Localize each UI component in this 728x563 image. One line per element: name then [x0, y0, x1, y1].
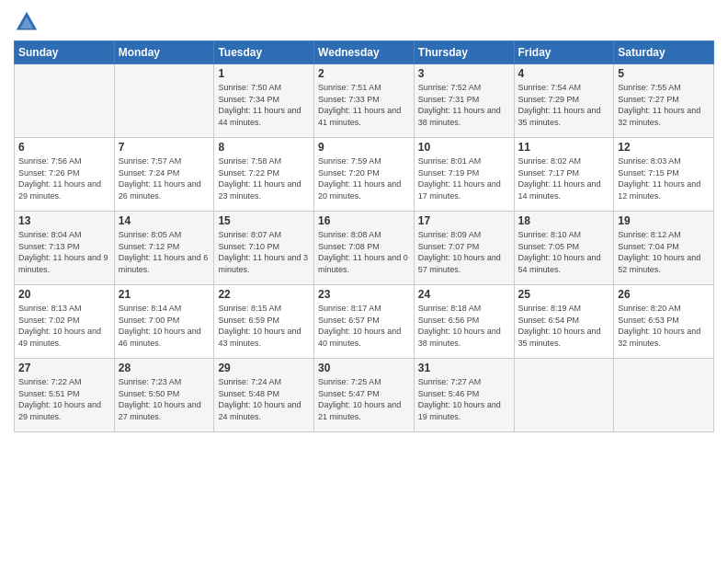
day-header-friday: Friday — [514, 41, 614, 64]
cell-info: Sunrise: 8:17 AMSunset: 6:57 PMDaylight:… — [318, 303, 410, 349]
calendar-cell: 12Sunrise: 8:03 AMSunset: 7:15 PMDayligh… — [614, 138, 714, 212]
calendar-week-3: 20Sunrise: 8:13 AMSunset: 7:02 PMDayligh… — [15, 285, 714, 359]
calendar-week-0: 1Sunrise: 7:50 AMSunset: 7:34 PMDaylight… — [15, 64, 714, 138]
page: SundayMondayTuesdayWednesdayThursdayFrid… — [0, 0, 728, 563]
calendar-cell: 26Sunrise: 8:20 AMSunset: 6:53 PMDayligh… — [614, 285, 714, 359]
header — [14, 9, 714, 35]
calendar-cell: 3Sunrise: 7:52 AMSunset: 7:31 PMDaylight… — [414, 64, 514, 138]
calendar-body: 1Sunrise: 7:50 AMSunset: 7:34 PMDaylight… — [15, 64, 714, 432]
day-number: 18 — [518, 214, 610, 227]
cell-info: Sunrise: 7:55 AMSunset: 7:27 PMDaylight:… — [618, 82, 710, 128]
day-number: 12 — [618, 141, 710, 154]
day-number: 17 — [418, 214, 510, 227]
calendar-cell: 30Sunrise: 7:25 AMSunset: 5:47 PMDayligh… — [314, 359, 415, 432]
cell-info: Sunrise: 7:56 AMSunset: 7:26 PMDaylight:… — [18, 155, 110, 201]
cell-info: Sunrise: 8:02 AMSunset: 7:17 PMDaylight:… — [518, 155, 610, 201]
day-number: 8 — [218, 141, 310, 154]
day-number: 9 — [318, 141, 410, 154]
header-row: SundayMondayTuesdayWednesdayThursdayFrid… — [15, 41, 714, 64]
calendar-cell: 28Sunrise: 7:23 AMSunset: 5:50 PMDayligh… — [114, 359, 214, 432]
calendar-cell: 14Sunrise: 8:05 AMSunset: 7:12 PMDayligh… — [114, 212, 214, 285]
day-number: 26 — [618, 288, 710, 301]
day-number: 7 — [119, 141, 210, 154]
calendar-cell: 16Sunrise: 8:08 AMSunset: 7:08 PMDayligh… — [314, 212, 415, 285]
cell-info: Sunrise: 8:01 AMSunset: 7:19 PMDaylight:… — [418, 155, 510, 201]
day-number: 2 — [318, 67, 410, 80]
day-header-thursday: Thursday — [414, 41, 514, 64]
calendar-cell: 29Sunrise: 7:24 AMSunset: 5:48 PMDayligh… — [214, 359, 314, 432]
calendar-cell: 1Sunrise: 7:50 AMSunset: 7:34 PMDaylight… — [214, 64, 314, 138]
day-number: 6 — [18, 141, 110, 154]
day-number: 21 — [119, 288, 210, 301]
calendar-cell: 9Sunrise: 7:59 AMSunset: 7:20 PMDaylight… — [314, 138, 415, 212]
cell-info: Sunrise: 8:07 AMSunset: 7:10 PMDaylight:… — [218, 229, 310, 275]
day-header-tuesday: Tuesday — [214, 41, 314, 64]
cell-info: Sunrise: 7:22 AMSunset: 5:51 PMDaylight:… — [18, 376, 110, 422]
day-number: 30 — [318, 362, 410, 374]
day-number: 31 — [418, 362, 510, 374]
calendar-cell — [614, 359, 714, 432]
cell-info: Sunrise: 7:51 AMSunset: 7:33 PMDaylight:… — [318, 82, 410, 128]
cell-info: Sunrise: 7:25 AMSunset: 5:47 PMDaylight:… — [318, 376, 410, 422]
day-number: 25 — [518, 288, 610, 301]
calendar-header: SundayMondayTuesdayWednesdayThursdayFrid… — [15, 41, 714, 64]
day-number: 27 — [18, 362, 110, 374]
day-number: 20 — [18, 288, 110, 301]
day-number: 1 — [218, 67, 310, 80]
cell-info: Sunrise: 7:50 AMSunset: 7:34 PMDaylight:… — [218, 82, 310, 128]
cell-info: Sunrise: 7:54 AMSunset: 7:29 PMDaylight:… — [518, 82, 610, 128]
day-number: 29 — [218, 362, 310, 374]
calendar-cell — [15, 64, 115, 138]
calendar-cell: 4Sunrise: 7:54 AMSunset: 7:29 PMDaylight… — [514, 64, 614, 138]
calendar-week-2: 13Sunrise: 8:04 AMSunset: 7:13 PMDayligh… — [15, 212, 714, 285]
calendar-cell: 7Sunrise: 7:57 AMSunset: 7:24 PMDaylight… — [114, 138, 214, 212]
calendar-cell: 17Sunrise: 8:09 AMSunset: 7:07 PMDayligh… — [414, 212, 514, 285]
calendar-cell: 18Sunrise: 8:10 AMSunset: 7:05 PMDayligh… — [514, 212, 614, 285]
cell-info: Sunrise: 8:04 AMSunset: 7:13 PMDaylight:… — [18, 229, 110, 275]
calendar-week-1: 6Sunrise: 7:56 AMSunset: 7:26 PMDaylight… — [15, 138, 714, 212]
day-number: 13 — [18, 214, 110, 227]
day-header-wednesday: Wednesday — [314, 41, 415, 64]
cell-info: Sunrise: 8:03 AMSunset: 7:15 PMDaylight:… — [618, 155, 710, 201]
cell-info: Sunrise: 7:27 AMSunset: 5:46 PMDaylight:… — [418, 376, 510, 422]
cell-info: Sunrise: 7:59 AMSunset: 7:20 PMDaylight:… — [318, 155, 410, 201]
calendar-cell: 15Sunrise: 8:07 AMSunset: 7:10 PMDayligh… — [214, 212, 314, 285]
day-header-monday: Monday — [114, 41, 214, 64]
cell-info: Sunrise: 8:09 AMSunset: 7:07 PMDaylight:… — [418, 229, 510, 275]
calendar-cell: 31Sunrise: 7:27 AMSunset: 5:46 PMDayligh… — [414, 359, 514, 432]
calendar-cell: 22Sunrise: 8:15 AMSunset: 6:59 PMDayligh… — [214, 285, 314, 359]
cell-info: Sunrise: 7:52 AMSunset: 7:31 PMDaylight:… — [418, 82, 510, 128]
logo-icon — [14, 9, 40, 35]
cell-info: Sunrise: 8:20 AMSunset: 6:53 PMDaylight:… — [618, 303, 710, 349]
cell-info: Sunrise: 8:12 AMSunset: 7:04 PMDaylight:… — [618, 229, 710, 275]
cell-info: Sunrise: 8:05 AMSunset: 7:12 PMDaylight:… — [119, 229, 210, 275]
logo — [14, 9, 43, 35]
day-number: 23 — [318, 288, 410, 301]
calendar-cell: 27Sunrise: 7:22 AMSunset: 5:51 PMDayligh… — [15, 359, 115, 432]
day-number: 19 — [618, 214, 710, 227]
cell-info: Sunrise: 7:24 AMSunset: 5:48 PMDaylight:… — [218, 376, 310, 422]
calendar-cell: 21Sunrise: 8:14 AMSunset: 7:00 PMDayligh… — [114, 285, 214, 359]
day-number: 15 — [218, 214, 310, 227]
day-header-saturday: Saturday — [614, 41, 714, 64]
day-number: 28 — [119, 362, 210, 374]
calendar-cell: 6Sunrise: 7:56 AMSunset: 7:26 PMDaylight… — [15, 138, 115, 212]
cell-info: Sunrise: 8:18 AMSunset: 6:56 PMDaylight:… — [418, 303, 510, 349]
cell-info: Sunrise: 8:15 AMSunset: 6:59 PMDaylight:… — [218, 303, 310, 349]
cell-info: Sunrise: 7:58 AMSunset: 7:22 PMDaylight:… — [218, 155, 310, 201]
calendar-cell — [514, 359, 614, 432]
calendar-table: SundayMondayTuesdayWednesdayThursdayFrid… — [14, 40, 714, 432]
day-number: 11 — [518, 141, 610, 154]
calendar-cell: 19Sunrise: 8:12 AMSunset: 7:04 PMDayligh… — [614, 212, 714, 285]
cell-info: Sunrise: 8:08 AMSunset: 7:08 PMDaylight:… — [318, 229, 410, 275]
calendar-cell: 20Sunrise: 8:13 AMSunset: 7:02 PMDayligh… — [15, 285, 115, 359]
calendar-cell: 10Sunrise: 8:01 AMSunset: 7:19 PMDayligh… — [414, 138, 514, 212]
calendar-cell — [114, 64, 214, 138]
calendar-cell: 5Sunrise: 7:55 AMSunset: 7:27 PMDaylight… — [614, 64, 714, 138]
day-header-sunday: Sunday — [15, 41, 115, 64]
cell-info: Sunrise: 8:19 AMSunset: 6:54 PMDaylight:… — [518, 303, 610, 349]
day-number: 24 — [418, 288, 510, 301]
day-number: 14 — [119, 214, 210, 227]
calendar-cell: 13Sunrise: 8:04 AMSunset: 7:13 PMDayligh… — [15, 212, 115, 285]
day-number: 16 — [318, 214, 410, 227]
